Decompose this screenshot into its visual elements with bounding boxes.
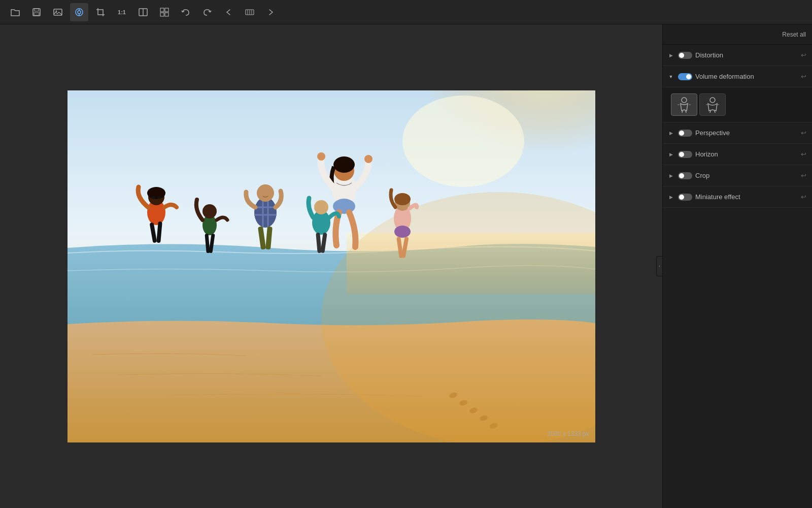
grid-btn[interactable] — [155, 3, 174, 21]
crop-reset-btn[interactable]: ↩ — [799, 171, 808, 180]
svg-point-52 — [317, 152, 325, 161]
forward-btn[interactable] — [262, 3, 280, 21]
miniature-reset-btn[interactable]: ↩ — [799, 193, 808, 202]
svg-point-33 — [147, 187, 165, 199]
svg-point-21 — [402, 96, 524, 187]
svg-point-65 — [710, 98, 715, 103]
crop-row[interactable]: ▶ Crop ↩ — [663, 165, 812, 186]
distortion-label: Distortion — [695, 51, 796, 59]
miniature-effect-row[interactable]: ▶ Miniature effect ↩ — [663, 186, 812, 208]
main-area: 2000 x 1333 px ‹ Reset all ▶ Distortion … — [0, 24, 812, 508]
deform-buttons-group — [671, 93, 804, 116]
undo-btn[interactable] — [177, 3, 195, 21]
back-btn[interactable] — [219, 3, 238, 21]
svg-point-51 — [333, 156, 355, 173]
svg-point-57 — [314, 200, 328, 214]
photo-frame: 2000 x 1333 px — [67, 90, 595, 442]
save-btn[interactable] — [27, 3, 46, 21]
svg-rect-34 — [151, 196, 155, 199]
volume-deformation-row[interactable]: ▼ Volume deformation ↩ — [663, 66, 812, 87]
svg-point-64 — [682, 98, 687, 103]
panel-header: Reset all — [663, 24, 812, 45]
canvas-area[interactable]: 2000 x 1333 px — [0, 24, 662, 508]
distortion-toggle[interactable] — [678, 52, 692, 59]
filmstrip-btn[interactable] — [241, 3, 259, 21]
filter-btn[interactable] — [70, 3, 88, 21]
right-panel-wrapper: ‹ Reset all ▶ Distortion ↩ ▼ Vo — [662, 24, 812, 508]
horizon-expand-arrow[interactable]: ▶ — [667, 150, 675, 158]
image-size-label: 2000 x 1333 px — [547, 430, 589, 437]
horizon-toggle[interactable] — [678, 151, 692, 158]
vol-deform-section — [663, 87, 812, 122]
distortion-reset-btn[interactable]: ↩ — [799, 51, 808, 60]
svg-rect-3 — [54, 9, 62, 15]
deform-person-1-btn[interactable] — [671, 93, 697, 116]
crop-label: Crop — [695, 172, 796, 179]
svg-point-6 — [78, 11, 81, 14]
horizon-label: Horizon — [695, 150, 796, 158]
right-panel: Reset all ▶ Distortion ↩ ▼ Volume deform… — [662, 24, 812, 508]
svg-rect-12 — [165, 8, 168, 12]
perspective-reset-btn[interactable]: ↩ — [799, 129, 808, 138]
svg-rect-14 — [165, 13, 168, 16]
compare-btn[interactable] — [134, 3, 152, 21]
svg-rect-35 — [157, 196, 161, 199]
panel-collapse-btn[interactable]: ‹ — [656, 256, 662, 276]
vol-deform-toggle[interactable] — [678, 73, 692, 80]
open-folder-btn[interactable] — [6, 3, 24, 21]
svg-point-4 — [56, 10, 57, 12]
crop-toggle[interactable] — [678, 172, 692, 179]
image-btn[interactable] — [49, 3, 67, 21]
svg-point-53 — [364, 155, 373, 163]
vol-deform-label: Volume deformation — [695, 73, 796, 80]
svg-point-47 — [257, 184, 274, 202]
svg-rect-13 — [160, 13, 164, 16]
miniature-expand-arrow[interactable]: ▶ — [667, 193, 675, 201]
redo-btn[interactable] — [198, 3, 216, 21]
perspective-expand-arrow[interactable]: ▶ — [667, 129, 675, 137]
horizon-row[interactable]: ▶ Horizon ↩ — [663, 144, 812, 165]
panel-body: ▶ Distortion ↩ ▼ Volume deformation ↩ — [663, 45, 812, 508]
miniature-label: Miniature effect — [695, 193, 796, 201]
toolbar: 1:1 — [0, 0, 812, 24]
svg-rect-11 — [160, 8, 164, 12]
distortion-expand-arrow[interactable]: ▶ — [667, 51, 675, 59]
crop-expand-arrow[interactable]: ▶ — [667, 172, 675, 180]
crop-tool-btn[interactable] — [91, 3, 110, 21]
perspective-toggle[interactable] — [678, 130, 692, 137]
vol-deform-reset-btn[interactable]: ↩ — [799, 72, 808, 81]
photo-canvas — [67, 90, 595, 442]
perspective-label: Perspective — [695, 129, 796, 137]
svg-rect-2 — [34, 13, 39, 15]
svg-point-63 — [394, 193, 411, 205]
miniature-toggle[interactable] — [678, 194, 692, 201]
zoom-1-1-btn[interactable]: 1:1 — [113, 3, 131, 21]
distortion-row[interactable]: ▶ Distortion ↩ — [663, 45, 812, 66]
svg-point-39 — [202, 204, 217, 218]
deform-person-2-btn[interactable] — [699, 93, 726, 116]
vol-deform-expand-arrow[interactable]: ▼ — [667, 73, 675, 81]
reset-all-button[interactable]: Reset all — [782, 31, 806, 38]
horizon-reset-btn[interactable]: ↩ — [799, 150, 808, 159]
perspective-row[interactable]: ▶ Perspective ↩ — [663, 122, 812, 144]
svg-point-59 — [394, 226, 411, 238]
